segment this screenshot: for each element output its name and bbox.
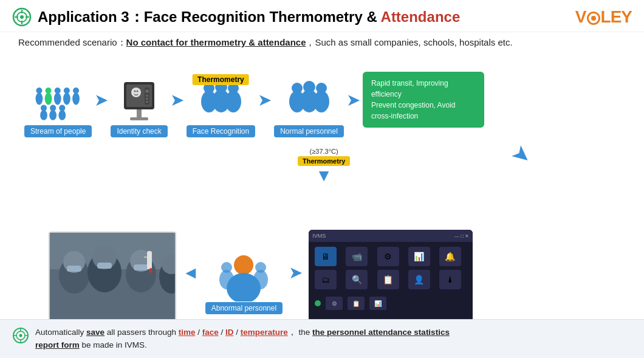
ivms-top-bar: IVMS — □ ✕ [309, 230, 473, 242]
arrow-down: ▼ [315, 167, 332, 184]
flow-item-face: Thermometry Face Recognition [187, 79, 255, 137]
svg-rect-24 [130, 117, 148, 120]
svg-point-68 [253, 270, 268, 289]
ivms-icon-3[interactable]: ⚙ [377, 247, 399, 266]
ivms-icon-2[interactable]: 📹 [346, 247, 368, 266]
abnormal-label: Abnormal personnel [205, 302, 283, 314]
arrow-right-ivms: ➤ [289, 263, 303, 283]
svg-point-40 [225, 91, 241, 112]
arrow-3: ➤ [258, 90, 272, 110]
svg-point-10 [44, 92, 52, 105]
svg-point-27 [131, 88, 141, 97]
ivms-bar-controls: — □ ✕ [454, 233, 469, 239]
ivms-small-1[interactable]: ⚙ [326, 297, 343, 310]
svg-rect-33 [146, 98, 148, 100]
svg-point-46 [313, 91, 329, 112]
scenario-highlight: No contact for thermometry & attendance [126, 37, 306, 47]
bottom-bar: Automatically save all passers through t… [0, 319, 644, 358]
green-line-1: Rapid transit, Improving efficiency [371, 78, 476, 100]
thermometry-badge: Thermometry [193, 74, 249, 85]
ivms-icon-4[interactable]: 📊 [408, 247, 430, 266]
diagram: Stream of people ➤ [0, 53, 644, 315]
ivms-icon-7[interactable]: 🔍 [346, 270, 368, 289]
ivms-status-dot [315, 300, 321, 306]
bottom-slash1: / [195, 328, 202, 337]
ivms-small-2[interactable]: 📋 [348, 297, 365, 310]
diagonal-arrow: ➤ [508, 141, 535, 169]
scenario-label: Recommended scenario： [18, 37, 126, 47]
ivms-icon-6[interactable]: 🗂 [315, 270, 337, 289]
ivms-icon-9[interactable]: 👤 [408, 270, 430, 289]
bottom-temperature: temperature [241, 328, 288, 337]
svg-point-31 [145, 89, 149, 93]
svg-point-6 [20, 15, 24, 19]
arrow-4: ➤ [346, 90, 360, 110]
svg-rect-59 [134, 264, 148, 270]
svg-point-12 [54, 92, 61, 105]
flow-row: Stream of people ➤ [24, 72, 626, 145]
ivms-icons-grid: 🖥 📹 ⚙ 📊 🔔 🗂 🔍 📋 👤 🌡 [309, 242, 473, 294]
bottom-icon [12, 327, 29, 344]
bottom-id: ID [225, 328, 234, 337]
bottom-report: report form [35, 340, 80, 349]
identity-device-image [115, 79, 163, 122]
svg-point-8 [35, 92, 43, 105]
bottom-face: face [202, 328, 219, 337]
svg-point-71 [19, 334, 22, 337]
svg-rect-61 [149, 268, 152, 273]
flow-item-stream: Stream of people [24, 79, 92, 137]
bottom-slash2: / [219, 328, 225, 337]
abnormal-person-image [219, 256, 268, 298]
svg-rect-60 [147, 251, 152, 269]
flow-item-normal: Normal personnel [274, 79, 344, 137]
bottom-text: Automatically save all passers through t… [35, 326, 632, 352]
svg-rect-57 [67, 266, 81, 272]
manual-photo [49, 232, 176, 323]
ivms-icon-1[interactable]: 🖥 [315, 247, 337, 266]
svg-point-29 [137, 91, 139, 92]
arrow-1: ➤ [94, 90, 108, 110]
svg-point-28 [134, 91, 136, 92]
ivms-box: IVMS — □ ✕ 🖥 📹 ⚙ 📊 🔔 🗂 🔍 📋 👤 🌡 [309, 230, 473, 324]
face-recognition-image [196, 79, 245, 122]
ivms-bottom-row: ⚙ 📋 📊 [309, 294, 473, 312]
ivms-icon-10[interactable]: 🌡 [439, 270, 461, 289]
svg-rect-32 [146, 95, 148, 97]
svg-rect-34 [146, 101, 148, 103]
svg-point-20 [49, 110, 57, 120]
normal-people-image [285, 79, 334, 122]
header-title: Application 3：Face Recognition Thermomet… [38, 7, 460, 27]
face-label: Face Recognition [187, 125, 255, 137]
abnormal-person-item: Abnormal personnel [205, 256, 283, 314]
thermometry-down-badge: Thermometry [298, 156, 350, 166]
scenario-rest: ，Such as small companies, schools, hospi… [306, 37, 512, 47]
scenario-line: Recommended scenario：No contact for ther… [0, 32, 644, 53]
thermometry-down-area: (≥37.3°C) Thermometry ▼ [298, 148, 350, 184]
stream-label: Stream of people [24, 125, 92, 137]
bottom-comma: ， the [288, 328, 312, 337]
arrow-left-manual: ◄ [182, 263, 199, 283]
bottom-time: time [179, 328, 196, 337]
app-icon [12, 7, 32, 27]
svg-point-63 [234, 255, 253, 275]
svg-rect-58 [97, 263, 112, 269]
identity-label: Identity check [111, 125, 167, 137]
temp-threshold: (≥37.3°C) [310, 148, 338, 155]
ivms-small-3[interactable]: 📊 [369, 297, 386, 310]
bottom-auto: Automatically [35, 328, 86, 337]
arrow-2: ➤ [170, 90, 184, 110]
bottom-save: save [86, 328, 104, 337]
stream-people-image [34, 79, 83, 122]
green-line-2: Prevent congestion, Avoid cross-infectio… [371, 100, 476, 122]
bottom-mid: all passers through [104, 328, 179, 337]
svg-point-22 [58, 110, 66, 120]
ivms-icon-5[interactable]: 🔔 [439, 247, 461, 266]
svg-point-14 [63, 92, 70, 105]
bottom-slash3: / [234, 328, 241, 337]
green-result-box: Rapid transit, Improving efficiency Prev… [363, 72, 484, 128]
header: Application 3：Face Recognition Thermomet… [0, 0, 644, 32]
bottom-after: be made in IVMS. [80, 340, 147, 349]
ivms-icon-8[interactable]: 📋 [377, 270, 399, 289]
normal-label: Normal personnel [274, 125, 344, 137]
bottom-stats: the personnel attendance statistics [312, 328, 450, 337]
